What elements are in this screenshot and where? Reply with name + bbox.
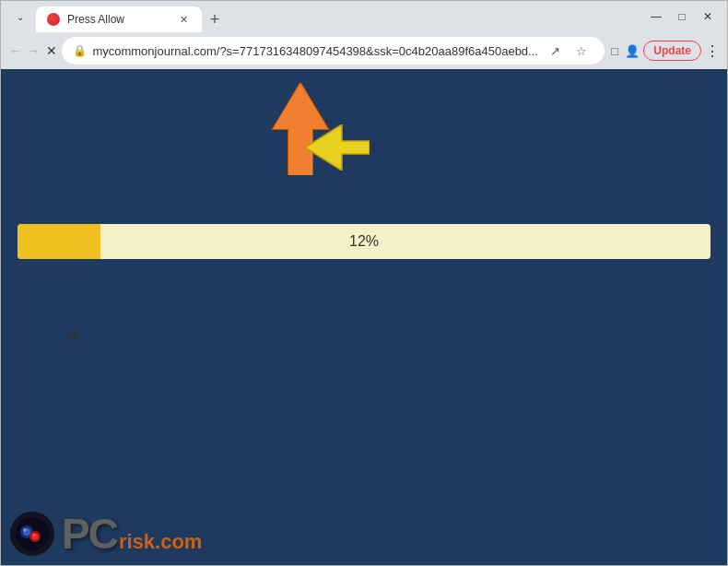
tab-close-btn[interactable]: ✕: [176, 12, 191, 27]
close-btn[interactable]: ✕: [696, 5, 720, 29]
reload-btn[interactable]: ✕: [44, 38, 58, 64]
svg-point-9: [33, 534, 36, 537]
logo-text-group: PC risk.com: [62, 513, 202, 555]
logo-brand: PC risk.com: [62, 513, 202, 555]
active-tab[interactable]: Press Allow ✕: [36, 6, 202, 32]
lock-icon: 🔒: [73, 44, 87, 57]
share-icon[interactable]: ↗: [544, 39, 568, 63]
address-bar-row: ← → ✕ 🔒 mycommonjournal.com/?s=771731634…: [1, 32, 727, 69]
browser-window: ⌄ Press Allow ✕ + — □ ✕ ← → ✕ 🔒 mycommon…: [0, 0, 728, 566]
bookmark-icon[interactable]: ☆: [569, 39, 593, 63]
more-btn[interactable]: ⋮: [705, 38, 720, 64]
svg-marker-2: [305, 124, 370, 171]
back-btn[interactable]: ←: [8, 38, 22, 64]
tab-favicon: [47, 13, 60, 26]
forward-btn[interactable]: →: [26, 38, 40, 64]
tab-overflow-btn[interactable]: ⌄: [8, 5, 32, 29]
progress-container: 12%: [18, 224, 710, 259]
cursor-indicator: [65, 327, 76, 342]
page-content: 12% PC risk.co: [1, 69, 727, 565]
maximize-btn[interactable]: □: [670, 5, 694, 29]
address-bar[interactable]: 🔒 mycommonjournal.com/?s=771731634809745…: [62, 37, 605, 65]
update-btn[interactable]: Update: [643, 41, 701, 61]
new-tab-btn[interactable]: +: [202, 6, 228, 32]
extension-icon[interactable]: □: [608, 39, 621, 63]
tab-title: Press Allow: [67, 13, 169, 26]
minimize-btn[interactable]: —: [644, 5, 668, 29]
logo-area: PC risk.com: [10, 512, 202, 556]
window-controls: — □ ✕: [637, 5, 720, 29]
title-bar: ⌄ Press Allow ✕ + — □ ✕: [1, 1, 727, 32]
address-bar-icons: ↗ ☆: [544, 39, 593, 63]
logo-icon: [10, 512, 54, 556]
logo-svg: [15, 516, 50, 551]
progress-text: 12%: [349, 233, 379, 250]
yellow-arrow-icon: [305, 124, 370, 171]
profile-icon[interactable]: 👤: [625, 39, 640, 63]
progress-fill: [18, 224, 100, 259]
tab-bar: Press Allow ✕ +: [36, 1, 633, 32]
logo-pc: PC: [62, 513, 117, 555]
svg-point-8: [23, 528, 27, 532]
logo-suffix: risk.com: [119, 532, 203, 552]
url-text: mycommonjournal.com/?s=77173163480974543…: [92, 44, 538, 58]
